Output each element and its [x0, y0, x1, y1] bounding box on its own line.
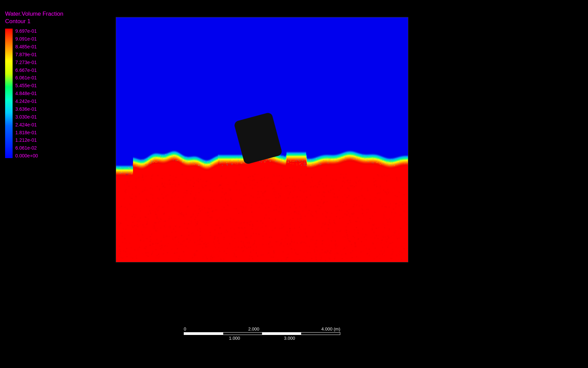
- legend-value-5: 6.667e-01: [15, 68, 38, 73]
- title-line2: Contour 1: [5, 18, 31, 25]
- legend-title: Water.Volume Fraction Contour 1: [5, 10, 97, 25]
- scale-seg-3: [262, 333, 301, 335]
- legend-value-1: 9.091e-01: [15, 36, 38, 41]
- scale-label-2: 2.000: [248, 326, 260, 332]
- legend-value-9: 4.242e-01: [15, 99, 38, 104]
- legend-panel: Water.Volume Fraction Contour 1 9.697e-0…: [0, 7, 102, 162]
- scale-label-0: 0: [184, 326, 186, 332]
- legend-labels: 9.697e-019.091e-018.485e-017.879e-017.27…: [15, 29, 38, 158]
- scale-bottom-end: [339, 336, 340, 341]
- scale-bottom-1: 1.000: [229, 336, 240, 341]
- scale-seg-1: [184, 333, 223, 335]
- legend-value-0: 9.697e-01: [15, 29, 38, 33]
- legend-value-3: 7.879e-01: [15, 52, 38, 57]
- legend-value-2: 8.485e-01: [15, 44, 38, 49]
- main-visualization: [116, 17, 408, 262]
- scale-seg-4: [301, 333, 340, 335]
- legend-value-12: 2.424e-01: [15, 122, 38, 127]
- legend-value-6: 6.061e-01: [15, 75, 38, 80]
- legend-value-11: 3.030e-01: [15, 114, 38, 119]
- scale-bottom-0: [184, 336, 185, 341]
- scale-seg-2: [223, 333, 262, 335]
- legend-value-10: 3.636e-01: [15, 107, 38, 111]
- title-line1: Water.Volume Fraction: [5, 11, 63, 17]
- legend-value-4: 7.273e-01: [15, 60, 38, 65]
- scale-bottom-3: 3.000: [284, 336, 295, 341]
- scale-bar: 0 2.000 4.000 (m) 1.000 3.000: [116, 326, 408, 341]
- legend-value-13: 1.818e-01: [15, 130, 38, 135]
- legend-value-7: 5.455e-01: [15, 83, 38, 88]
- colorbar-container: 9.697e-019.091e-018.485e-017.879e-017.27…: [5, 29, 97, 158]
- scale-top-labels: 0 2.000 4.000 (m): [184, 326, 340, 332]
- legend-value-16: 0.000e+00: [15, 153, 38, 158]
- scale-bar-visual: [184, 332, 340, 335]
- legend-value-8: 4.848e-01: [15, 91, 38, 96]
- scale-label-4: 4.000 (m): [321, 326, 340, 332]
- scale-bottom-labels: 1.000 3.000: [184, 336, 340, 341]
- legend-value-15: 6.061e-02: [15, 145, 38, 150]
- legend-value-14: 1.212e-01: [15, 138, 38, 142]
- colorbar: [5, 29, 13, 158]
